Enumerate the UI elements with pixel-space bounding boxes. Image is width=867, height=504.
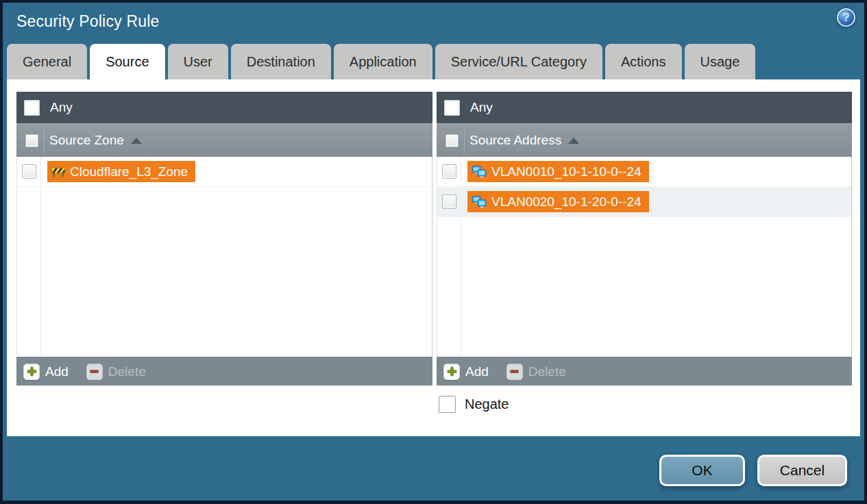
negate-row: Negate (439, 396, 509, 413)
source-address-list: VLAN0010_10-1-10-0--24 (437, 157, 852, 357)
delete-button[interactable]: Delete (528, 364, 566, 379)
tab-application[interactable]: Application (334, 44, 432, 79)
tab-usage[interactable]: Usage (685, 44, 756, 79)
tab-bar: General Source User Destination Applicat… (7, 44, 755, 79)
tab-user[interactable]: User (168, 44, 228, 79)
source-zone-footer: Add Delete (16, 357, 432, 386)
zone-entry-chip[interactable]: Cloudflare_L3_Zone (47, 161, 195, 182)
source-address-row-checkbox[interactable] (442, 164, 456, 179)
add-button[interactable]: Add (45, 364, 69, 379)
source-address-any-header: Any (437, 92, 852, 123)
delete-button[interactable]: Delete (108, 364, 146, 379)
source-zone-any-label: Any (50, 100, 73, 115)
source-zone-column-header: Source Zone (16, 123, 432, 157)
source-address-any-checkbox[interactable] (444, 100, 460, 116)
source-address-column-label: Source Address (469, 133, 561, 148)
dialog-title: Security Policy Rule (16, 12, 160, 31)
add-button[interactable]: Add (465, 364, 489, 379)
source-address-row[interactable]: VLAN0020_10-1-20-0--24 (437, 187, 851, 217)
delete-icon[interactable] (86, 364, 103, 380)
zone-entry-label: Cloudflare_L3_Zone (70, 164, 188, 179)
sort-ascending-icon[interactable] (568, 138, 579, 144)
zone-icon (51, 166, 65, 177)
address-entry-chip[interactable]: VLAN0010_10-1-10-0--24 (467, 161, 649, 182)
source-address-column-header: Source Address (437, 123, 852, 157)
tab-source[interactable]: Source (90, 44, 164, 79)
tab-actions[interactable]: Actions (605, 44, 682, 79)
address-icon (472, 166, 487, 178)
source-address-footer: Add Delete (437, 357, 852, 386)
delete-icon[interactable] (506, 364, 523, 380)
source-zone-any-checkbox[interactable] (24, 100, 40, 116)
add-icon[interactable] (443, 364, 460, 380)
source-zone-row[interactable]: Cloudflare_L3_Zone (17, 157, 432, 187)
tab-service-url-category[interactable]: Service/URL Category (435, 44, 602, 79)
source-address-row-checkbox[interactable] (442, 194, 456, 209)
source-zone-panel: Any Source Zone (16, 92, 432, 386)
add-icon[interactable] (23, 364, 40, 380)
source-address-any-label: Any (470, 100, 493, 115)
source-zone-any-header: Any (16, 92, 432, 123)
column-separator (464, 127, 465, 154)
source-address-select-all-checkbox[interactable] (445, 134, 459, 147)
negate-label: Negate (465, 396, 509, 412)
source-zone-row-checkbox[interactable] (22, 164, 36, 179)
address-entry-chip[interactable]: VLAN0020_10-1-20-0--24 (467, 191, 649, 212)
sort-ascending-icon[interactable] (131, 138, 142, 144)
tab-general[interactable]: General (7, 44, 87, 79)
cancel-button[interactable]: Cancel (757, 455, 847, 486)
negate-checkbox[interactable] (439, 396, 456, 413)
help-icon[interactable]: ? (837, 8, 855, 27)
source-address-row[interactable]: VLAN0010_10-1-10-0--24 (437, 157, 851, 187)
source-zone-list: Cloudflare_L3_Zone (16, 157, 432, 357)
source-tab-content: Any Source Zone (7, 79, 860, 436)
address-icon (472, 196, 487, 208)
source-zone-select-all-checkbox[interactable] (25, 134, 38, 147)
row-checkbox-cell (437, 194, 461, 209)
security-policy-rule-dialog: Security Policy Rule ? General Source Us… (3, 3, 864, 501)
row-checkbox-cell (17, 164, 41, 179)
column-separator (44, 127, 45, 154)
address-entry-label: VLAN0020_10-1-20-0--24 (491, 194, 642, 210)
ok-button[interactable]: OK (659, 455, 745, 486)
tab-destination[interactable]: Destination (231, 44, 331, 79)
row-checkbox-cell (437, 164, 461, 179)
source-address-panel: Any Source Address (437, 92, 852, 386)
address-entry-label: VLAN0010_10-1-10-0--24 (491, 164, 642, 179)
source-zone-column-label: Source Zone (49, 133, 124, 148)
